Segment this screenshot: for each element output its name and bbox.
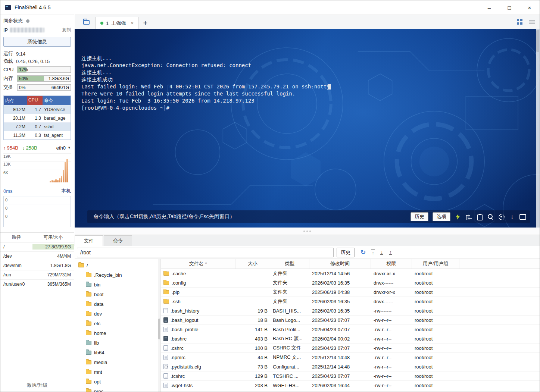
file-name: .npmrc <box>171 355 185 360</box>
tree-item[interactable]: boot <box>75 289 160 299</box>
gear-icon[interactable] <box>498 213 505 220</box>
tree-item[interactable]: media <box>75 357 160 367</box>
process-row[interactable]: 11.3M 0.3 tat_agent <box>4 131 71 139</box>
refresh-icon[interactable]: ↻ <box>360 249 366 255</box>
meter-bar: 50% 1.8G/3.6G <box>17 75 71 82</box>
tree-item[interactable]: etc <box>75 319 160 328</box>
path-history-button[interactable]: 历史 <box>337 248 355 257</box>
new-tab-button[interactable]: + <box>143 19 147 27</box>
folder-icon <box>86 273 91 277</box>
history-button[interactable]: 历史 <box>411 212 428 221</box>
file-row[interactable]: .config 文件夹 2026/02/03 16:35 drwx------ … <box>161 278 540 288</box>
meter-detail: 1.8G/3.6G <box>49 76 69 81</box>
path-input[interactable] <box>77 248 334 257</box>
file-row[interactable]: .bash_history 19 B BASH_HIS... 2026/02/0… <box>161 306 540 316</box>
file-row[interactable]: .npmrc 44 B NPMRC 文... 2025/12/14 14:48 … <box>161 353 540 362</box>
file-type: 文件夹 <box>270 298 309 305</box>
terminal-tab[interactable]: 1 王强强 × <box>96 17 138 29</box>
close-button[interactable]: × <box>519 0 540 15</box>
col-mtime[interactable]: 修改时间 <box>309 259 371 269</box>
search-icon[interactable] <box>487 213 494 220</box>
panel-splitter[interactable] <box>75 228 540 235</box>
fullscreen-icon[interactable] <box>519 213 526 220</box>
file-perm: -rw-r--r-- <box>371 383 412 388</box>
file-row[interactable]: .ssh 文件夹 2026/02/03 16:35 drwx------ roo… <box>161 297 540 306</box>
file-name-cell: .bash_logout <box>161 317 235 323</box>
scroll-down-icon[interactable]: ↓ <box>509 213 515 220</box>
file-row[interactable]: .cshrc 100 B CSHRC 文件 2025/04/23 07:07 -… <box>161 344 540 353</box>
copy-ip-button[interactable]: 复制 <box>62 27 71 33</box>
file-row[interactable]: .tcshrc 129 B TCSHRC ... 2025/04/23 07:0… <box>161 371 540 381</box>
parent-directory-icon[interactable]: ↑ <box>371 250 375 255</box>
col-perm[interactable]: 权限 <box>371 259 412 269</box>
net-chart-bar <box>66 159 68 182</box>
col-owner[interactable]: 用户/用户组 <box>412 259 459 269</box>
tree-item[interactable]: data <box>75 299 160 309</box>
paste-icon[interactable] <box>476 213 483 220</box>
interface-selector[interactable]: eth0 ▼ <box>56 145 71 151</box>
menu-icon[interactable] <box>529 20 535 25</box>
system-info-button[interactable]: 系统信息 <box>3 37 71 47</box>
terminal-scrollbar[interactable] <box>536 29 540 228</box>
tab-close-icon[interactable]: × <box>131 20 134 26</box>
process-row[interactable]: 20.1M 1.3 barad_age <box>4 114 71 122</box>
command-input-bar[interactable]: 命令输入（双击Ctrl切换,Alt历史,Tab路径/命令,Esc关闭窗口） 历史… <box>87 210 530 223</box>
col-type[interactable]: 类型 <box>270 259 309 269</box>
tab-commands[interactable]: 命令 <box>104 235 132 246</box>
col-filename[interactable]: 文件名 ^ <box>161 259 235 269</box>
file-row[interactable]: .bash_profile 141 B Bash Profil... 2025/… <box>161 325 540 334</box>
download-icon[interactable]: ↓ <box>380 250 384 255</box>
connection-manager-button[interactable] <box>80 17 93 28</box>
maximize-button[interactable]: □ <box>499 0 519 15</box>
file-mtime: 2025/04/23 07:07 <box>309 327 371 332</box>
terminal[interactable]: 连接主机...java.net.ConnectException: Connec… <box>75 29 540 228</box>
tree-root[interactable]: / <box>75 260 160 270</box>
file-row[interactable]: .cache 文件夹 2025/12/14 14:56 drwxr-xr-x r… <box>161 269 540 278</box>
activate-upgrade-link[interactable]: 激活/升级 <box>0 382 74 389</box>
tree-item[interactable]: .Recycle_bin <box>75 270 160 280</box>
col-filler <box>459 259 540 269</box>
meter-percent: 17% <box>19 67 28 72</box>
tree-item[interactable]: proc <box>75 386 160 392</box>
tree-item[interactable]: bin <box>75 280 160 289</box>
net-chart-bar <box>53 181 55 182</box>
process-col-cmd[interactable]: 命令 <box>43 96 71 105</box>
disk-path: /dev/shm <box>0 263 32 268</box>
quick-command-icon[interactable] <box>455 213 461 220</box>
file-row[interactable]: .pip 文件夹 2025/06/19 04:38 drwxr-xr-x roo… <box>161 288 540 297</box>
tree-item[interactable]: opt <box>75 377 160 386</box>
disk-row[interactable]: /dev 4M/4M <box>0 252 74 261</box>
file-row[interactable]: .pydistutils.cfg 73 B Configurat... 2025… <box>161 362 540 371</box>
file-name-cell: .pip <box>161 289 235 295</box>
process-col-mem[interactable]: 内存 <box>4 96 27 105</box>
tree-item[interactable]: lib64 <box>75 348 160 357</box>
disk-row[interactable]: /run/user/0 365M/365M <box>0 280 74 289</box>
disk-col-size[interactable]: 可用/大小 <box>32 234 74 241</box>
disk-col-path[interactable]: 路径 <box>0 234 32 241</box>
file-row[interactable]: .bash_logout 18 B Bash Logo... 2025/04/2… <box>161 316 540 325</box>
tree-item[interactable]: dev <box>75 309 160 319</box>
col-size[interactable]: 大小 <box>235 259 270 269</box>
copy-icon[interactable] <box>465 213 472 220</box>
minimize-button[interactable]: – <box>479 0 499 15</box>
file-perm: -rw-r--r-- <box>371 317 412 323</box>
tree-item[interactable]: mnt <box>75 367 160 377</box>
disk-row[interactable]: /dev/shm 1.8G/1.8G <box>0 261 74 270</box>
tab-files[interactable]: 文件 <box>75 235 103 246</box>
tree-scrollbar-thumb[interactable] <box>158 319 160 339</box>
terminal-scrollbar-thumb[interactable] <box>536 30 539 52</box>
process-cmd: barad_age <box>43 114 71 122</box>
process-row[interactable]: 7.2M 0.7 sshd <box>4 122 71 131</box>
options-button[interactable]: 选项 <box>433 212 450 221</box>
process-col-cpu[interactable]: CPU <box>27 96 43 105</box>
upload-icon[interactable]: ↑ <box>389 250 392 255</box>
tree-scrollbar[interactable] <box>158 259 160 392</box>
file-row[interactable]: .bashrc 493 B Bash RC 源... 2026/02/04 00… <box>161 334 540 344</box>
tree-item[interactable]: lib <box>75 338 160 348</box>
tree-item[interactable]: home <box>75 328 160 338</box>
file-row[interactable]: .wget-hsts 203 B WGET-HS... 2026/02/03 1… <box>161 381 540 390</box>
disk-row[interactable]: /run 729M/731M <box>0 270 74 280</box>
process-row[interactable]: 80.2M 1.7 YDService <box>4 105 71 114</box>
disk-row[interactable]: / 27.8G/39.9G <box>0 242 74 252</box>
layout-grid-icon[interactable] <box>517 19 523 25</box>
